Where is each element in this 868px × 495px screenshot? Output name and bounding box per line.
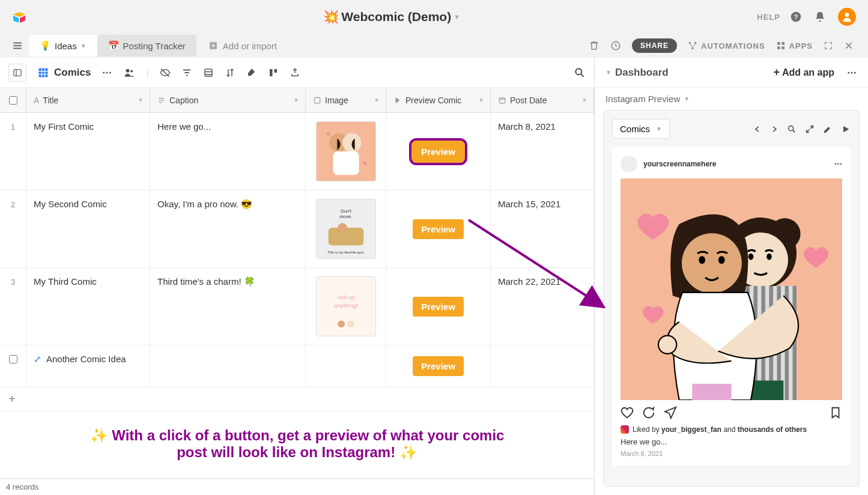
image-thumbnail[interactable]: Ask usanything! xyxy=(316,276,376,336)
chevron-down-icon: ▼ xyxy=(581,97,587,103)
button-field-icon xyxy=(393,96,402,105)
preview-button[interactable]: Preview xyxy=(413,219,464,239)
more-icon[interactable] xyxy=(846,67,857,78)
cell-image[interactable] xyxy=(306,345,386,387)
collaborators-icon[interactable] xyxy=(123,67,135,79)
fullscreen-icon[interactable] xyxy=(824,41,833,50)
prev-record-icon[interactable] xyxy=(753,125,762,133)
ig-comment-icon[interactable] xyxy=(642,406,655,419)
annotation-callout: ✨ With a click of a button, get a previe… xyxy=(63,421,532,467)
preview-button[interactable]: Preview xyxy=(413,356,464,376)
app-toolbar: Comics▼ xyxy=(612,119,851,139)
expand-icon[interactable]: ⤢ xyxy=(34,354,41,364)
cell-image[interactable]: Don'tmove.This is my favorite spot. xyxy=(306,190,386,267)
group-icon[interactable] xyxy=(203,67,214,78)
ig-like-icon[interactable] xyxy=(621,406,634,419)
ig-post-image[interactable] xyxy=(621,178,842,400)
color-icon[interactable] xyxy=(246,67,257,78)
chevron-down-icon: ▼ xyxy=(293,97,299,103)
cell-caption[interactable]: Okay, I'm a pro now. 😎 xyxy=(150,190,306,267)
column-post-date[interactable]: Post Date▼ xyxy=(491,88,594,112)
ig-avatar[interactable] xyxy=(621,156,637,172)
cell-image[interactable] xyxy=(306,113,386,190)
table-row[interactable]: 3 My Third Comic Third time's a charm! 🍀… xyxy=(0,268,594,345)
row-number: 1 xyxy=(0,113,26,190)
cell-caption[interactable]: Here we go... xyxy=(150,113,306,190)
table-row[interactable]: 1 My First Comic Here we go... Preview M… xyxy=(0,113,594,190)
cell-date[interactable]: March 8, 2021 xyxy=(491,113,594,190)
search-icon[interactable] xyxy=(787,124,797,134)
table-row[interactable]: 2 My Second Comic Okay, I'm a pro now. 😎… xyxy=(0,190,594,268)
help-link[interactable]: HELP xyxy=(757,13,780,22)
instagram-logo-icon xyxy=(621,425,629,434)
apps-link[interactable]: APPS xyxy=(776,41,813,50)
table-row[interactable]: ⤢Another Comic Idea Preview xyxy=(0,345,594,387)
add-row-button[interactable]: + xyxy=(0,387,594,411)
help-icon[interactable]: ? xyxy=(790,11,802,23)
user-avatar[interactable] xyxy=(838,8,856,26)
airtable-logo[interactable] xyxy=(12,10,26,24)
attachment-icon xyxy=(313,96,321,105)
cell-title[interactable]: My Third Comic xyxy=(26,268,150,345)
ig-share-icon[interactable] xyxy=(664,406,677,419)
image-thumbnail[interactable]: Don'tmove.This is my favorite spot. xyxy=(316,199,376,259)
trash-icon[interactable] xyxy=(589,40,599,51)
add-app-button[interactable]: +Add an app xyxy=(773,66,834,79)
dashboard-title[interactable]: ▼ Dashboard xyxy=(605,67,767,79)
search-icon[interactable] xyxy=(574,67,586,79)
more-icon[interactable] xyxy=(102,67,112,78)
cell-caption[interactable]: Third time's a charm! 🍀 xyxy=(150,268,306,345)
cell-title[interactable]: My First Comic xyxy=(26,113,150,190)
edit-icon[interactable] xyxy=(823,124,833,134)
svg-point-35 xyxy=(575,68,581,74)
cell-title[interactable]: My Second Comic xyxy=(26,190,150,267)
column-caption[interactable]: Caption▼ xyxy=(150,88,306,112)
cell-date[interactable] xyxy=(491,345,594,387)
history-icon[interactable] xyxy=(610,40,621,51)
hide-fields-icon[interactable] xyxy=(160,67,171,78)
row-height-icon[interactable] xyxy=(268,67,279,78)
cell-date[interactable]: March 22, 2021 xyxy=(491,268,594,345)
ig-username[interactable]: yourscreennamehere xyxy=(643,160,716,168)
preview-button[interactable]: Preview xyxy=(411,141,465,163)
ig-save-icon[interactable] xyxy=(829,406,842,419)
chevron-down-icon: ▼ xyxy=(454,13,460,20)
share-view-icon[interactable] xyxy=(290,67,300,78)
tab-ideas[interactable]: 💡 Ideas ▼ xyxy=(29,35,97,56)
cell-image[interactable]: Ask usanything! xyxy=(306,268,386,345)
cell-title[interactable]: ⤢Another Comic Idea xyxy=(26,345,150,387)
menu-icon[interactable] xyxy=(6,37,29,55)
filter-icon[interactable] xyxy=(181,67,192,78)
view-name[interactable]: Comics xyxy=(37,67,91,79)
app-section-label[interactable]: Instagram Preview ▼ xyxy=(595,88,868,110)
image-thumbnail[interactable] xyxy=(316,121,376,181)
cell-date[interactable]: March 15, 2021 xyxy=(491,190,594,267)
share-button[interactable]: SHARE xyxy=(632,38,677,53)
base-title[interactable]: 💥 Webcomic (Demo) ▼ xyxy=(26,10,757,24)
row-checkbox[interactable] xyxy=(0,345,26,387)
cell-caption[interactable] xyxy=(150,345,306,387)
column-image[interactable]: Image▼ xyxy=(306,88,386,112)
svg-point-63 xyxy=(854,71,856,73)
svg-point-78 xyxy=(658,336,676,354)
svg-rect-34 xyxy=(274,69,277,73)
table-selector[interactable]: Comics▼ xyxy=(612,119,670,139)
add-or-import-button[interactable]: Add or import xyxy=(201,36,284,56)
next-record-icon[interactable] xyxy=(770,125,778,133)
ig-more-icon[interactable]: ··· xyxy=(834,159,842,169)
automations-link[interactable]: AUTOMATIONS xyxy=(688,41,765,50)
sidebar-toggle-icon[interactable] xyxy=(8,64,26,82)
preview-button[interactable]: Preview xyxy=(413,297,464,317)
close-icon[interactable] xyxy=(844,41,854,50)
tab-posting-tracker[interactable]: 📅 Posting Tracker xyxy=(97,35,196,56)
play-icon[interactable] xyxy=(841,124,851,134)
svg-point-64 xyxy=(789,126,794,130)
column-title[interactable]: ATitle▼ xyxy=(26,88,150,112)
expand-icon[interactable] xyxy=(805,124,815,134)
notifications-icon[interactable] xyxy=(814,11,826,23)
sort-icon[interactable] xyxy=(225,67,235,78)
select-all-checkbox[interactable] xyxy=(0,88,26,112)
column-preview[interactable]: Preview Comic▼ xyxy=(386,88,491,112)
svg-rect-18 xyxy=(14,69,21,76)
svg-point-61 xyxy=(848,71,849,73)
